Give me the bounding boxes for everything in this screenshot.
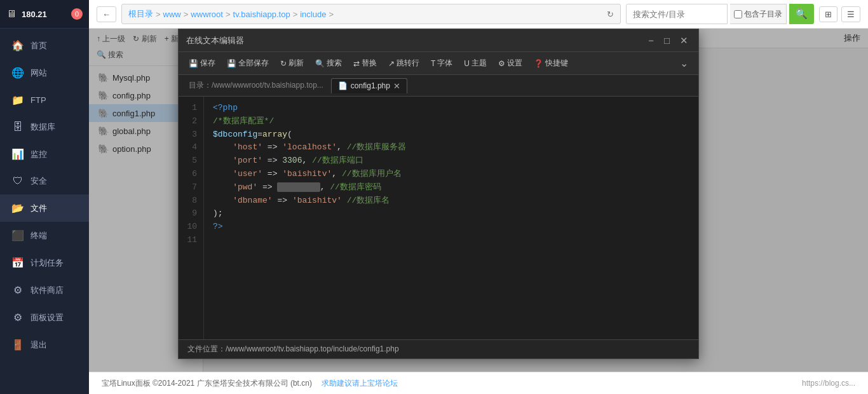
editor-statusbar: 文件位置：/www/wwwroot/tv.baishiapp.top/inclu… — [179, 339, 698, 358]
save-icon: 💾 — [189, 59, 198, 68]
font-label: 字体 — [437, 58, 452, 69]
footer-right-text: https://blog.cs... — [802, 379, 855, 388]
forum-link[interactable]: 求助建议请上宝塔论坛 — [322, 379, 398, 388]
goto-icon: ↗ — [388, 59, 395, 68]
code-editor[interactable]: <?php /*数据库配置*/ $dbconfig=array( 'host' … — [204, 97, 698, 339]
editor-titlebar: 在线文本编辑器 − □ ✕ — [179, 29, 698, 52]
editor-tabs: 目录：/www/wwwroot/tv.baishiapp.top... 📄 co… — [179, 75, 698, 97]
sidebar: 🖥 180.21 0 🏠 首页 🌐 网站 📁 FTP 🗄 数据库 📊 监控 🛡 … — [0, 0, 89, 394]
breadcrumb-www[interactable]: www — [163, 10, 181, 19]
sidebar-label-panel: 面板设置 — [31, 312, 64, 323]
sidebar-item-security[interactable]: 🛡 安全 — [0, 168, 89, 194]
breadcrumb-include[interactable]: include — [300, 10, 326, 19]
sidebar-item-files[interactable]: 📂 文件 — [0, 194, 89, 222]
theme-label: 主题 — [471, 58, 487, 69]
editor-window: 在线文本编辑器 − □ ✕ 💾 保存 💾 全部保存 — [178, 29, 699, 359]
save-button[interactable]: 💾 保存 — [184, 55, 220, 71]
sidebar-label-monitor: 监控 — [31, 149, 47, 160]
sep1: > — [156, 10, 161, 19]
breadcrumb-wwwroot[interactable]: wwwroot — [191, 10, 223, 19]
monitor-icon: 🖥 — [6, 8, 17, 20]
editor-body: 12345 67891011 <?php /*数据库配置*/ $dbconfig… — [179, 97, 698, 339]
include-subdir-checkbox[interactable] — [734, 10, 742, 18]
sidebar-label-database: 数据库 — [31, 121, 55, 133]
sidebar-label-terminal: 终端 — [31, 230, 47, 241]
grid-view-button[interactable]: ⊞ — [819, 6, 837, 22]
search-input[interactable] — [626, 4, 728, 24]
line-numbers: 12345 67891011 — [179, 97, 204, 339]
files-icon: 📂 — [11, 202, 24, 214]
editor-title: 在线文本编辑器 — [186, 35, 244, 46]
close-button[interactable]: ✕ — [677, 35, 691, 46]
list-view-button[interactable]: ☰ — [841, 6, 860, 22]
footer-copyright: 宝塔Linux面板 ©2014-2021 广东堡塔安全技术有限公司 (bt.cn… — [102, 378, 398, 389]
shortcuts-icon: ❓ — [534, 59, 543, 68]
notification-badge: 0 — [71, 8, 83, 20]
database-icon: 🗄 — [11, 121, 24, 133]
sidebar-item-database[interactable]: 🗄 数据库 — [0, 114, 89, 140]
sidebar-item-appstore[interactable]: ⚙ 软件商店 — [0, 276, 89, 304]
save-label: 保存 — [200, 58, 215, 69]
sidebar-item-home[interactable]: 🏠 首页 — [0, 32, 89, 59]
footer: 宝塔Linux面板 ©2014-2021 广东堡塔安全技术有限公司 (bt.cn… — [89, 372, 868, 394]
ftp-icon: 📁 — [11, 94, 24, 106]
maximize-button[interactable]: □ — [661, 35, 672, 46]
editor-search-button[interactable]: 🔍 搜索 — [310, 55, 347, 71]
theme-icon: U — [464, 59, 470, 68]
file-path: 文件位置：/www/wwwroot/tv.baishiapp.top/inclu… — [187, 344, 399, 355]
save-all-button[interactable]: 💾 全部保存 — [222, 55, 274, 71]
sidebar-label-files: 文件 — [31, 203, 47, 214]
sidebar-item-scheduler[interactable]: 📅 计划任务 — [0, 249, 89, 276]
security-icon: 🛡 — [11, 175, 24, 187]
dir-label: 目录：/www/wwwroot/tv.baishiapp.top... — [184, 80, 329, 91]
replace-button[interactable]: ⇄ 替换 — [348, 55, 382, 71]
shortcuts-button[interactable]: ❓ 快捷键 — [529, 55, 573, 71]
sidebar-label-home: 首页 — [31, 40, 47, 51]
minimize-button[interactable]: − — [646, 35, 656, 46]
sidebar-item-monitor[interactable]: 📊 监控 — [0, 140, 89, 168]
sep3: > — [226, 10, 231, 19]
sep2: > — [184, 10, 189, 19]
search-button[interactable]: 🔍 — [789, 4, 814, 24]
tab-close-button[interactable]: ✕ — [393, 81, 400, 91]
sep4: > — [293, 10, 298, 19]
sidebar-label-website: 网站 — [31, 67, 47, 79]
editor-tab-config1[interactable]: 📄 config1.php ✕ — [331, 78, 407, 93]
editor-overlay: 在线文本编辑器 − □ ✕ 💾 保存 💾 全部保存 — [89, 29, 868, 372]
goto-button[interactable]: ↗ 跳转行 — [383, 55, 424, 71]
sidebar-item-terminal[interactable]: ⬛ 终端 — [0, 222, 89, 249]
shortcuts-label: 快捷键 — [545, 58, 568, 69]
refresh-icon: ↻ — [280, 59, 287, 68]
replace-icon: ⇄ — [353, 59, 360, 68]
sidebar-label-appstore: 软件商店 — [31, 285, 64, 296]
replace-label: 替换 — [362, 58, 377, 69]
monitor-nav-icon: 📊 — [11, 148, 24, 160]
main-area: ← 根目录 > www > wwwroot > tv.baishiapp.top… — [89, 0, 868, 394]
sidebar-item-website[interactable]: 🌐 网站 — [0, 59, 89, 86]
breadcrumb-domain[interactable]: tv.baishiapp.top — [233, 10, 290, 19]
sidebar-item-panel[interactable]: ⚙ 面板设置 — [0, 304, 89, 331]
appstore-icon: ⚙ — [11, 284, 24, 296]
sidebar-label-ftp: FTP — [31, 95, 46, 105]
sidebar-item-ftp[interactable]: 📁 FTP — [0, 86, 89, 114]
tab-file-icon: 📄 — [338, 81, 348, 90]
editor-refresh-button[interactable]: ↻ 刷新 — [275, 55, 309, 71]
theme-button[interactable]: U 主题 — [459, 55, 492, 71]
more-button[interactable]: ⌄ — [675, 55, 693, 72]
topbar: ← 根目录 > www > wwwroot > tv.baishiapp.top… — [89, 0, 868, 29]
settings-button[interactable]: ⚙ 设置 — [493, 55, 527, 71]
sidebar-item-logout[interactable]: 🚪 退出 — [0, 331, 89, 358]
scheduler-icon: 📅 — [11, 257, 24, 269]
search-label: 搜索 — [327, 58, 342, 69]
settings-icon: ⚙ — [498, 59, 505, 68]
topbar-right: ⊞ ☰ — [819, 6, 860, 22]
breadcrumb-root[interactable]: 根目录 — [128, 8, 153, 20]
sidebar-label-logout: 退出 — [31, 339, 47, 351]
logout-icon: 🚪 — [11, 339, 24, 351]
server-ip: 180.21 — [22, 10, 47, 19]
back-button[interactable]: ← — [97, 6, 116, 22]
breadcrumb: 根目录 > www > wwwroot > tv.baishiapp.top >… — [121, 4, 621, 24]
font-button[interactable]: T 字体 — [426, 55, 458, 71]
refresh-button[interactable]: ↻ — [607, 10, 614, 19]
include-subdir-label: 包含子目录 — [744, 9, 782, 20]
